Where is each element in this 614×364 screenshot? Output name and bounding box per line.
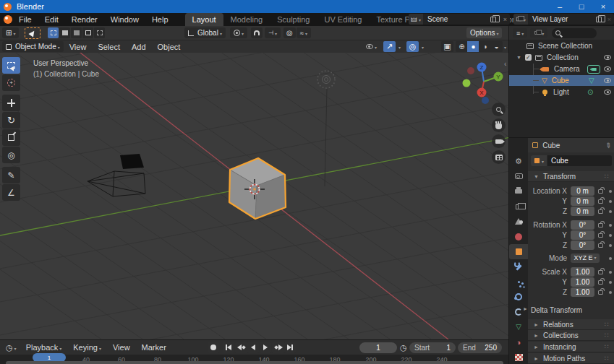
next-keyframe-button[interactable] [272, 342, 285, 353]
location-x-field[interactable]: 0 m [571, 186, 594, 196]
frame-end-field[interactable]: End250 [458, 342, 502, 353]
timeline-scrollbar[interactable] [6, 361, 503, 364]
menu-object[interactable]: Object [152, 43, 187, 51]
light-hide-icon[interactable] [604, 90, 611, 95]
gizmos-dropdown[interactable] [397, 43, 401, 51]
menu-view[interactable]: View [64, 43, 93, 51]
animate-dot[interactable] [609, 291, 612, 294]
current-frame-field[interactable]: 1 [359, 342, 397, 353]
instancing-panel-header[interactable]: ►Instancing∷ [528, 342, 614, 352]
lock-icon[interactable] [598, 270, 603, 274]
delta-transform-subpanel[interactable]: ► Delta Transform [509, 306, 614, 316]
menu-add[interactable]: Add [126, 43, 152, 51]
frame-start-field[interactable]: Start1 [409, 342, 456, 353]
shading-wireframe-button[interactable]: ⊕ [456, 41, 468, 52]
lock-icon[interactable] [598, 233, 603, 238]
rotate-tool[interactable]: ↻ [2, 112, 20, 129]
new-scene-icon[interactable] [490, 17, 496, 22]
measure-tool[interactable]: ∠ [2, 184, 20, 201]
jump-to-start-button[interactable] [223, 342, 234, 353]
camera-hide-icon[interactable] [604, 66, 611, 72]
outliner-search-input[interactable] [552, 28, 597, 38]
transform-tool[interactable]: ◎ [2, 147, 20, 163]
menu-render[interactable]: Render [65, 15, 104, 24]
editor-type-button[interactable]: ⊞ [2, 27, 19, 38]
shading-material-button[interactable]: ◑ [479, 41, 491, 52]
timeline-editor-type-button[interactable]: ◷ [2, 342, 20, 353]
scene-browse-icon[interactable]: 🜲 [409, 14, 423, 25]
view-layer-name[interactable]: View Layer [528, 15, 596, 23]
tab-render[interactable] [509, 169, 528, 184]
select-mode-intersect[interactable] [94, 27, 105, 38]
animate-dot[interactable] [609, 257, 612, 260]
menu-file[interactable]: File [12, 15, 38, 24]
tab-object-data[interactable]: ▽ [509, 319, 528, 334]
lock-icon[interactable] [598, 189, 603, 194]
play-reverse-button[interactable] [247, 342, 259, 353]
animate-dot[interactable] [609, 210, 612, 213]
blender-menu-icon[interactable] [4, 15, 12, 24]
unlink-scene-icon[interactable]: × [500, 16, 510, 23]
annotate-tool[interactable]: ✎ [2, 167, 20, 183]
tab-material[interactable]: ◑ [509, 334, 528, 350]
menu-select[interactable]: Select [92, 43, 126, 51]
cursor-tool[interactable]: + [2, 74, 20, 91]
minimize-button[interactable]: – [549, 0, 571, 13]
lock-icon[interactable] [598, 199, 603, 204]
pin-icon[interactable]: ✎ [603, 140, 613, 150]
location-z-field[interactable]: 0 m [571, 207, 594, 216]
scale-y-field[interactable]: 1.00 [571, 277, 594, 287]
rotation-mode-dropdown[interactable]: XYZ E [571, 254, 600, 263]
outliner-row-cube[interactable]: ▽ Cube ▽ [509, 75, 614, 86]
tab-texture[interactable] [509, 350, 528, 364]
animate-dot[interactable] [609, 271, 612, 274]
scale-z-field[interactable]: 1.00 [571, 287, 594, 297]
view-layer-browse-icon[interactable] [513, 14, 528, 25]
transform-orientation-dropdown[interactable]: Global [184, 27, 226, 38]
tab-sculpting[interactable]: Sculpting [270, 13, 317, 26]
jump-to-end-button[interactable] [284, 342, 296, 353]
timeline-ruler[interactable]: 20 40 60 80 100 120 140 160 180 200 220 … [0, 355, 508, 364]
scale-x-field[interactable]: 1.00 [571, 267, 594, 277]
zoom-view-button[interactable] [492, 103, 506, 116]
close-button[interactable]: × [592, 0, 614, 13]
select-mode-set[interactable] [48, 27, 59, 38]
animate-dot[interactable] [609, 281, 612, 284]
motion-paths-panel-header[interactable]: ►Motion Paths∷ [528, 353, 614, 364]
animate-dot[interactable] [609, 224, 612, 227]
pivot-point-dropdown[interactable] [230, 27, 247, 38]
snap-settings-dropdown[interactable]: ⊣ [265, 27, 281, 38]
scale-tool[interactable] [2, 129, 20, 146]
proportional-falloff-dropdown[interactable]: ≈ [297, 27, 311, 38]
overlays-toggle[interactable]: ◎ [406, 41, 419, 52]
sidebar-toggle-arrow[interactable]: ‹ [504, 60, 506, 68]
menu-window[interactable]: Window [104, 15, 145, 24]
shading-rendered-button[interactable]: ◒ [490, 41, 503, 52]
scene-selector[interactable]: 🜲 Scene × [409, 14, 510, 25]
object-visibility-dropdown[interactable] [365, 41, 378, 52]
outliner-filter-dropdown[interactable] [530, 28, 547, 38]
outliner-display-mode-dropdown[interactable]: ≡ [513, 28, 527, 38]
maximize-button[interactable]: □ [571, 0, 592, 13]
menu-help[interactable]: Help [145, 15, 175, 24]
menu-playback[interactable]: Playback [20, 343, 68, 352]
mesh-data-icon[interactable]: ▽ [589, 77, 594, 84]
animate-dot[interactable] [609, 244, 612, 247]
prev-keyframe-button[interactable] [235, 342, 248, 353]
proportional-edit-toggle[interactable]: ◎ [283, 27, 296, 38]
mode-selector[interactable]: Object Mode [2, 41, 64, 52]
tab-modeling[interactable]: Modeling [223, 13, 270, 26]
select-box-tool[interactable] [2, 57, 20, 74]
move-tool[interactable] [2, 95, 20, 111]
panel-grip-icon[interactable]: ∷ [605, 173, 610, 180]
lock-icon[interactable] [598, 290, 603, 295]
auto-keyframe-button[interactable] [208, 342, 219, 353]
rotation-z-field[interactable]: 0° [571, 240, 594, 250]
select-mode-subtract[interactable] [71, 27, 82, 38]
menu-keying[interactable]: Keying [67, 343, 107, 352]
lock-icon[interactable] [598, 280, 603, 285]
collection-hide-icon[interactable] [604, 55, 611, 60]
lock-icon[interactable] [598, 209, 603, 214]
menu-marker[interactable]: Marker [136, 343, 172, 352]
new-view-layer-icon[interactable] [596, 17, 602, 22]
